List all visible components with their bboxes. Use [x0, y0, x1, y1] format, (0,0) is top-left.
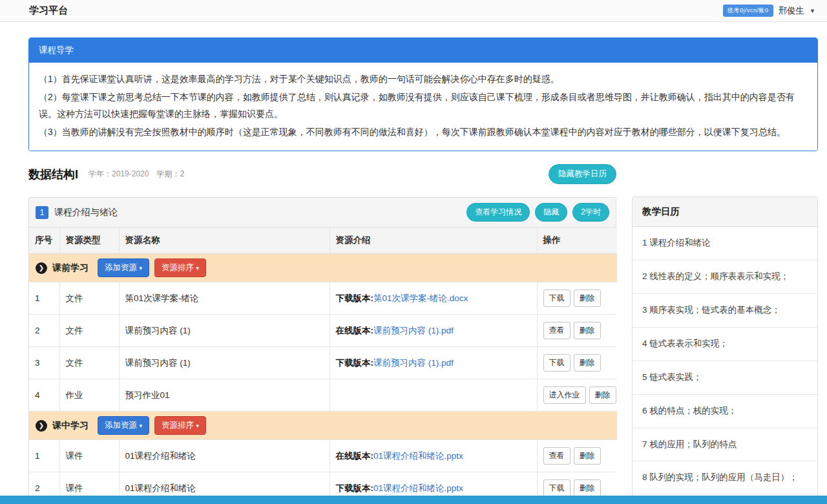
intro-version-label: 下载版本:: [336, 483, 374, 493]
row-action-button[interactable]: 删除: [574, 479, 601, 497]
guide-paragraph: （1）首先保证课堂认真听讲，这是效率最高的学习方法，对于某个关键知识点，教师的一…: [39, 70, 808, 87]
hide-unit-button[interactable]: 隐藏: [535, 203, 567, 222]
unit-card: 1 课程介绍与绪论 查看学习情况 隐藏 2学时 序号 资源类型 资源名称: [28, 197, 616, 504]
guide-paragraph: （3）当教师的讲解没有完全按照教材中的顺序时（这是正常现象，不同教师有不同的做法…: [39, 123, 808, 140]
resource-type: 文件: [59, 282, 119, 315]
toggle-calendar-button[interactable]: 隐藏教学日历: [549, 164, 616, 184]
course-term: 2: [180, 169, 184, 178]
row-action-button[interactable]: 删除: [574, 354, 601, 372]
resource-file-link[interactable]: 01课程介绍和绪论.pptx: [373, 483, 463, 493]
row-action-button[interactable]: 进入作业: [543, 386, 586, 404]
course-meta: 学年：2019-2020学期：2: [89, 169, 184, 180]
calendar-item[interactable]: 5 链式表实践；: [633, 361, 817, 395]
guide-paragraph: （2）每堂课下课之前思考总结一下本节课的内容，如教师提供了总结，则认真记录，如教…: [39, 89, 808, 122]
col-header-no: 序号: [29, 227, 59, 254]
user-name[interactable]: 邢俊生: [779, 5, 805, 17]
resource-type: 文件: [59, 347, 119, 379]
group-band-row: ❯课中学习添加资源 ▾资源排序 ▾: [29, 412, 617, 440]
resource-intro: 下载版本:课前预习内容 (1).pdf: [330, 347, 537, 379]
caret-down-icon: ▾: [196, 265, 200, 271]
resource-intro: 下载版本:第01次课学案-绪论.docx: [330, 282, 537, 315]
row-action-button[interactable]: 查看: [543, 322, 571, 339]
row-action-button[interactable]: 删除: [574, 322, 601, 339]
resource-type: 课件: [59, 440, 119, 472]
resource-intro: 在线版本:课前预习内容 (1).pdf: [330, 315, 537, 347]
row-actions: 查看删除: [537, 440, 617, 472]
unit-header: 1 课程介绍与绪论 查看学习情况 隐藏 2学时: [29, 198, 616, 227]
view-progress-button[interactable]: 查看学习情况: [466, 203, 530, 222]
unit-index-badge: 1: [36, 206, 48, 219]
resource-name: 课前预习内容 (1): [119, 347, 330, 379]
user-badge: 统考0j/vcn/账0: [723, 5, 773, 17]
caret-down-icon: ▾: [139, 265, 142, 271]
resource-name: 第01次课学案-绪论: [119, 282, 330, 315]
row-action-button[interactable]: 删除: [574, 289, 601, 307]
calendar-item[interactable]: 8 队列的实现；队列的应用（马走日）；: [633, 461, 817, 495]
page-body: 课程导学 （1）首先保证课堂认真听讲，这是效率最高的学习方法，对于某个关键知识点…: [0, 22, 827, 504]
resource-name: 预习作业01: [119, 379, 330, 412]
resource-type: 作业: [59, 379, 119, 412]
row-index: 1: [29, 282, 59, 315]
resource-table: 序号 资源类型 资源名称 资源介绍 操作 ❯课前学习添加资源 ▾资源排序 ▾1文…: [29, 227, 617, 504]
intro-version-label: 下载版本:: [336, 358, 374, 368]
caret-down-icon[interactable]: ▼: [810, 8, 815, 14]
calendar-item[interactable]: 3 顺序表实现；链式表的基本概念；: [633, 294, 817, 328]
calendar-item[interactable]: 2 线性表的定义；顺序表表示和实现；: [633, 260, 817, 294]
course-column: 数据结构I 学年：2019-2020学期：2 隐藏教学日历 1 课程介绍与绪论 …: [28, 164, 616, 504]
group-title: 课前学习: [52, 262, 89, 273]
calendar-column: 教学日历 1 课程介绍和绪论2 线性表的定义；顺序表表示和实现；3 顺序表实现；…: [632, 196, 818, 504]
course-title: 数据结构I: [28, 167, 78, 182]
calendar-title: 教学日历: [633, 197, 817, 227]
caret-down-icon: ▾: [139, 423, 142, 429]
row-actions: 下载删除: [537, 282, 617, 315]
col-header-type: 资源类型: [59, 227, 119, 254]
row-index: 1: [29, 440, 59, 472]
resource-file-link[interactable]: 01课程介绍和绪论.pptx: [373, 451, 463, 461]
add-resource-button[interactable]: 添加资源 ▾: [98, 258, 149, 277]
unit-title: 课程介绍与绪论: [54, 207, 118, 218]
row-actions: 下载删除: [537, 347, 617, 379]
resource-row: 1文件第01次课学案-绪论下载版本:第01次课学案-绪论.docx下载删除: [29, 282, 617, 315]
calendar-item[interactable]: 4 链式表表示和实现；: [633, 328, 817, 361]
sort-resource-button[interactable]: 资源排序 ▾: [154, 258, 206, 277]
resource-type: 文件: [59, 315, 119, 347]
col-header-name: 资源名称: [119, 227, 330, 254]
row-index: 3: [29, 347, 59, 379]
add-resource-button[interactable]: 添加资源 ▾: [98, 416, 149, 435]
resource-intro: 在线版本:01课程介绍和绪论.pptx: [330, 440, 537, 472]
resource-row: 1课件01课程介绍和绪论在线版本:01课程介绍和绪论.pptx查看删除: [29, 440, 617, 472]
row-action-button[interactable]: 下载: [543, 354, 571, 372]
top-navbar: 学习平台 统考0j/vcn/账0 邢俊生 ▼: [0, 0, 827, 22]
row-action-button[interactable]: 删除: [589, 386, 616, 404]
resource-name: 课前预习内容 (1): [119, 315, 330, 347]
sort-resource-button[interactable]: 资源排序 ▾: [154, 416, 206, 435]
row-index: 4: [29, 379, 59, 412]
resource-file-link[interactable]: 课前预习内容 (1).pdf: [373, 358, 454, 368]
calendar-item[interactable]: 7 栈的应用；队列的特点: [633, 428, 817, 462]
group-expand-icon[interactable]: ❯: [36, 262, 47, 274]
intro-version-label: 在线版本:: [336, 326, 374, 335]
col-header-intro: 资源介绍: [330, 227, 537, 254]
resource-intro: [330, 379, 537, 412]
calendar-item[interactable]: 6 栈的特点；栈的实现；: [633, 395, 817, 428]
col-header-actions: 操作: [537, 227, 617, 254]
row-action-button[interactable]: 删除: [574, 447, 601, 465]
row-action-button[interactable]: 下载: [543, 479, 571, 497]
row-action-button[interactable]: 查看: [543, 447, 571, 465]
resource-file-link[interactable]: 课前预习内容 (1).pdf: [373, 326, 454, 335]
main-content: 数据结构I 学年：2019-2020学期：2 隐藏教学日历 1 课程介绍与绪论 …: [28, 164, 818, 504]
group-expand-icon[interactable]: ❯: [36, 420, 47, 432]
caret-down-icon: ▾: [196, 423, 200, 429]
class-hours-badge: 2学时: [572, 203, 609, 222]
resource-file-link[interactable]: 第01次课学案-绪论.docx: [373, 293, 468, 303]
app-title: 学习平台: [29, 5, 68, 17]
row-action-button[interactable]: 下载: [543, 289, 571, 307]
course-guide-panel: 课程导学 （1）首先保证课堂认真听讲，这是效率最高的学习方法，对于某个关键知识点…: [28, 37, 818, 151]
teaching-calendar-card: 教学日历 1 课程介绍和绪论2 线性表的定义；顺序表表示和实现；3 顺序表实现；…: [632, 196, 818, 504]
table-header-row: 序号 资源类型 资源名称 资源介绍 操作: [29, 227, 617, 254]
row-actions: 进入作业删除: [537, 379, 617, 412]
group-title: 课中学习: [52, 420, 89, 430]
guide-panel-title: 课程导学: [29, 38, 817, 63]
calendar-item[interactable]: 1 课程介绍和绪论: [633, 227, 817, 260]
resource-row: 3文件课前预习内容 (1)下载版本:课前预习内容 (1).pdf下载删除: [29, 347, 617, 379]
